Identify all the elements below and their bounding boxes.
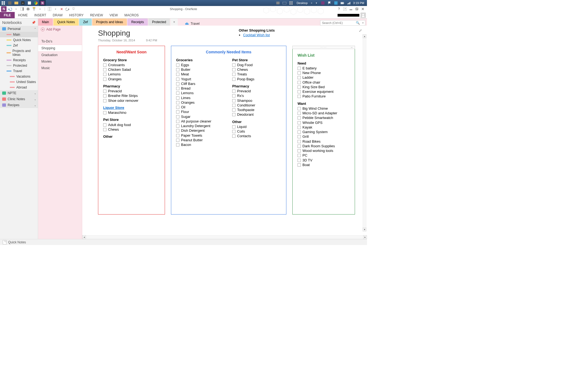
checklist-item[interactable]: Liquid bbox=[232, 125, 281, 129]
search-scope-dropdown[interactable]: ▾ bbox=[362, 22, 364, 24]
checkbox[interactable] bbox=[298, 112, 301, 115]
tray-icon[interactable] bbox=[333, 1, 338, 5]
checkbox[interactable] bbox=[176, 91, 179, 95]
group-heading-link[interactable]: Liquor Store bbox=[103, 106, 124, 110]
start-button[interactable] bbox=[0, 0, 7, 6]
clock[interactable]: 3:19 PM bbox=[353, 1, 364, 5]
cocktail-wish-list-link[interactable]: Cocktail Wish list bbox=[243, 33, 270, 37]
checklist-item[interactable]: Conditioner bbox=[232, 103, 281, 108]
checkbox[interactable] bbox=[176, 68, 179, 71]
section-abroad[interactable]: Abroad bbox=[0, 85, 38, 90]
checklist-item[interactable]: Oranges bbox=[176, 100, 225, 105]
checkbox[interactable] bbox=[232, 125, 235, 128]
checklist-item[interactable]: Wood working tools bbox=[298, 149, 350, 153]
page-to-do-s[interactable]: To-Do's bbox=[38, 38, 82, 45]
checklist-item[interactable]: Office chair bbox=[298, 80, 350, 85]
checkbox[interactable] bbox=[298, 145, 301, 148]
minimize-button[interactable] bbox=[348, 7, 353, 11]
qat-customize-icon[interactable] bbox=[71, 7, 76, 11]
checklist-item[interactable]: Adult dog food bbox=[103, 123, 160, 127]
checklist-item[interactable]: Patio Furniture bbox=[298, 94, 350, 99]
checklist-item[interactable]: Road Bikes bbox=[298, 139, 350, 144]
checklist-item[interactable]: Laundry Detergent bbox=[176, 124, 225, 128]
page-graduation[interactable]: Graduation bbox=[38, 52, 82, 58]
checkbox[interactable] bbox=[176, 139, 179, 142]
checkbox[interactable] bbox=[232, 73, 235, 76]
section-tab-main[interactable]: Main bbox=[38, 19, 53, 26]
checkbox[interactable] bbox=[103, 63, 106, 67]
checkbox[interactable] bbox=[232, 104, 235, 107]
notebook-personal[interactable]: Personal⌃ bbox=[0, 26, 38, 32]
add-page-button[interactable]: + Add Page bbox=[38, 26, 82, 33]
checkbox[interactable] bbox=[232, 99, 235, 102]
section-zef[interactable]: Zef bbox=[0, 43, 38, 48]
checklist-item[interactable]: Maraschino bbox=[103, 111, 160, 115]
checkbox[interactable] bbox=[298, 76, 301, 79]
ribbon-tab-draw[interactable]: DRAW bbox=[50, 12, 66, 18]
checklist-item[interactable]: Shoe odor remover bbox=[103, 99, 160, 103]
checkbox[interactable] bbox=[298, 95, 301, 98]
checkbox[interactable] bbox=[298, 67, 301, 70]
checkbox[interactable] bbox=[176, 134, 179, 137]
checkbox[interactable] bbox=[103, 90, 106, 93]
quick-notes-button[interactable]: Quick Notes bbox=[8, 240, 26, 244]
qat-dropdown-icon[interactable]: ▾ bbox=[14, 7, 19, 11]
popout-button[interactable]: ⤢ bbox=[359, 28, 362, 33]
checklist-item[interactable]: Micro-SD and Adapter bbox=[298, 111, 350, 115]
tray-icon[interactable] bbox=[320, 1, 325, 5]
onenote-app-icon[interactable]: N bbox=[1, 6, 7, 12]
section-travel[interactable]: Travel bbox=[0, 68, 38, 74]
dock-button[interactable] bbox=[20, 7, 24, 11]
add-section-button[interactable]: + bbox=[170, 19, 178, 26]
scroll-down-button[interactable]: ▾ bbox=[363, 228, 366, 231]
checkbox[interactable] bbox=[176, 124, 179, 128]
checkbox[interactable] bbox=[232, 94, 235, 97]
user-avatar[interactable] bbox=[360, 13, 366, 18]
checklist-item[interactable]: Ladder bbox=[298, 75, 350, 80]
task-icon[interactable] bbox=[13, 0, 20, 6]
checklist-item[interactable]: PC bbox=[298, 153, 350, 158]
task-icon[interactable] bbox=[26, 0, 33, 6]
resize-handle[interactable]: ↔ bbox=[350, 46, 354, 49]
checkbox[interactable] bbox=[176, 115, 179, 118]
close-button[interactable]: ✕ bbox=[360, 7, 365, 11]
scroll-left-button[interactable]: ◂ bbox=[82, 235, 86, 239]
checklist-item[interactable]: Poop Bags bbox=[232, 77, 281, 81]
checklist-item[interactable]: Dish Detergent bbox=[176, 128, 225, 133]
chevron-icon[interactable]: » bbox=[311, 2, 312, 4]
checkbox[interactable] bbox=[103, 99, 106, 102]
section-united-states[interactable]: United States bbox=[0, 79, 38, 85]
section-tab-projects-and-ideas[interactable]: Projects and Ideas bbox=[92, 19, 127, 26]
checklist-item[interactable]: Eggs bbox=[176, 63, 225, 67]
ribbon-tab-review[interactable]: REVIEW bbox=[87, 12, 106, 18]
qat-dropdown-icon[interactable]: ▾ bbox=[38, 7, 42, 11]
checklist-item[interactable]: Contacts bbox=[232, 134, 281, 138]
notebook-recipes[interactable]: Recipes⌄ bbox=[0, 102, 38, 108]
battery-icon[interactable] bbox=[340, 1, 345, 5]
ribbon-tab-home[interactable]: HOME bbox=[15, 12, 31, 18]
search-box[interactable]: 🔍 ▾ bbox=[320, 20, 365, 26]
checklist-item[interactable]: Big Wind Chime bbox=[298, 106, 350, 111]
tray-icon[interactable] bbox=[289, 1, 293, 5]
page-music[interactable]: Music bbox=[38, 65, 82, 71]
section-quick-notes[interactable]: Quick Notes bbox=[0, 37, 38, 43]
page-movies[interactable]: Movies bbox=[38, 58, 82, 65]
maximize-button[interactable] bbox=[354, 7, 359, 11]
page-title[interactable]: Shopping bbox=[98, 29, 359, 38]
horizontal-scrollbar[interactable]: ◂ ▸ bbox=[82, 235, 367, 239]
checkbox[interactable] bbox=[176, 87, 179, 90]
checklist-item[interactable]: Gaming System bbox=[298, 130, 350, 134]
notebook-npte[interactable]: NPTE⌄ bbox=[0, 90, 38, 96]
checklist-item[interactable]: Prevacid bbox=[103, 89, 160, 93]
page-shopping[interactable]: Shopping bbox=[38, 45, 82, 52]
checkbox[interactable] bbox=[298, 163, 301, 167]
flag-icon[interactable] bbox=[327, 1, 332, 5]
checklist-item[interactable]: King Size Bed bbox=[298, 85, 350, 89]
section-tab-zef[interactable]: Zef bbox=[79, 19, 91, 26]
checkbox[interactable] bbox=[176, 82, 179, 85]
checkbox[interactable] bbox=[103, 111, 106, 114]
checkbox[interactable] bbox=[298, 107, 301, 110]
checkbox[interactable] bbox=[103, 123, 106, 127]
checkbox[interactable] bbox=[298, 90, 301, 93]
vertical-scrollbar[interactable]: ▴ ▾ bbox=[363, 34, 366, 231]
